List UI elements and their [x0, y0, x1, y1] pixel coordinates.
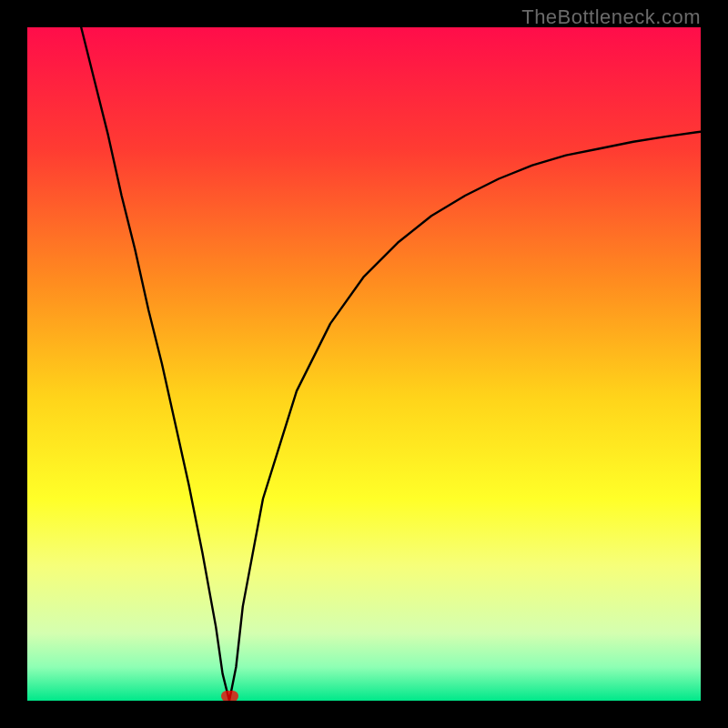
min-marker: [221, 691, 238, 701]
svg-rect-0: [27, 27, 701, 701]
plot-area: [27, 27, 701, 701]
watermark-text: TheBottleneck.com: [521, 5, 701, 29]
gradient-background: [27, 27, 701, 701]
chart-frame: TheBottleneck.com: [0, 0, 728, 728]
